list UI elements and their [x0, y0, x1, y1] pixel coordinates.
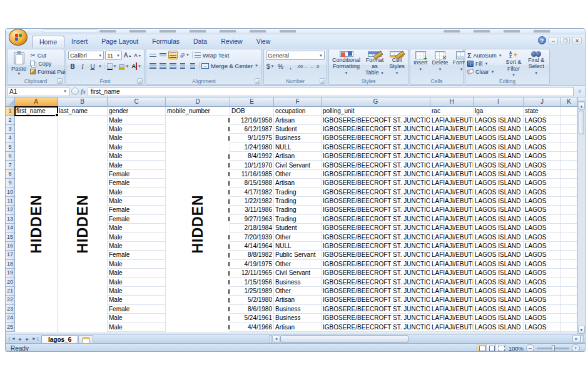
- last-sheet-icon[interactable]: ►❘: [32, 336, 39, 341]
- cell[interactable]: Other: [274, 287, 322, 296]
- cell[interactable]: Male: [108, 152, 166, 161]
- autosum-button[interactable]: ΣAutoSum▼: [467, 51, 502, 59]
- cell[interactable]: Male: [108, 224, 166, 232]
- cell[interactable]: [561, 232, 577, 241]
- wrap-text-button[interactable]: Wrap Text: [195, 51, 229, 59]
- row-header-1[interactable]: 1: [6, 107, 15, 116]
- cell[interactable]: mobile_number: [166, 107, 230, 116]
- cell[interactable]: [561, 260, 577, 269]
- cell[interactable]: LAGOS: [524, 188, 561, 197]
- align-middle-button[interactable]: [158, 51, 167, 59]
- cell[interactable]: LAGOS: [524, 305, 561, 314]
- cell[interactable]: lga: [474, 107, 524, 116]
- cell[interactable]: Male: [108, 143, 166, 152]
- paste-button[interactable]: Paste ▼: [9, 51, 28, 77]
- cell[interactable]: [561, 296, 577, 304]
- cell[interactable]: 4/4/1966: [230, 322, 274, 331]
- number-dialog-launcher[interactable]: ◿: [320, 78, 325, 84]
- cell[interactable]: LAGOS ISLAND: [474, 170, 524, 179]
- cell[interactable]: LAGOS ISLAND: [474, 161, 524, 169]
- cell[interactable]: Artisan: [274, 296, 322, 304]
- row-header-25[interactable]: 25: [6, 322, 15, 331]
- cell[interactable]: 6/12/1987: [230, 125, 274, 134]
- row-header-16[interactable]: 16: [6, 242, 15, 251]
- name-box[interactable]: A1▼: [7, 87, 69, 96]
- font-dialog-launcher[interactable]: ◿: [137, 78, 143, 84]
- cell[interactable]: LAFIAJI/EBUTE: [430, 314, 474, 322]
- cell[interactable]: Female: [108, 179, 166, 188]
- insert-cells-button[interactable]: Insert ▼: [412, 51, 429, 77]
- cell[interactable]: [561, 143, 577, 152]
- cell[interactable]: LAGOS ISLAND: [474, 206, 524, 214]
- grow-font-button[interactable]: A▲: [123, 51, 132, 60]
- cell[interactable]: Student: [274, 125, 322, 134]
- cell[interactable]: 2/18/1984: [230, 224, 274, 232]
- row-header-13[interactable]: 13: [6, 215, 15, 224]
- cell[interactable]: Male: [108, 197, 166, 206]
- cell[interactable]: IGBOSERE/BEECROFT ST. JUNCTION I: [322, 305, 430, 314]
- cell[interactable]: NULL: [274, 242, 322, 251]
- increase-indent-button[interactable]: [188, 61, 197, 70]
- cell[interactable]: 4/14/1964: [230, 242, 274, 251]
- cell[interactable]: IGBOSERE/BEECROFT ST. JUNCTION I: [322, 322, 430, 331]
- row-header-24[interactable]: 24: [6, 314, 15, 322]
- row-header-11[interactable]: 11: [6, 197, 15, 206]
- cell[interactable]: LAGOS ISLAND: [474, 116, 524, 124]
- cell[interactable]: Male: [108, 242, 166, 251]
- column-header-K[interactable]: K: [561, 98, 577, 107]
- cell[interactable]: 11/16/1985: [230, 170, 274, 179]
- cell[interactable]: 7/20/1939: [230, 232, 274, 241]
- cell[interactable]: 8/8/1982: [230, 251, 274, 259]
- cell[interactable]: Male: [108, 278, 166, 286]
- cell[interactable]: LAFIAJI/EBUTE: [430, 305, 474, 314]
- normal-view-button[interactable]: [477, 344, 487, 352]
- cell[interactable]: gender: [108, 107, 166, 116]
- cell[interactable]: [561, 322, 577, 331]
- cell[interactable]: LAGOS: [524, 125, 561, 134]
- page-break-view-button[interactable]: [496, 344, 505, 352]
- cell[interactable]: 8/6/1980: [230, 305, 274, 314]
- vertical-scrollbar[interactable]: ▲ ▼: [577, 98, 585, 334]
- cell[interactable]: Artisan: [274, 116, 322, 124]
- cell[interactable]: [561, 125, 577, 134]
- row-header-2[interactable]: 2: [6, 116, 15, 124]
- cell[interactable]: [561, 305, 577, 314]
- cell[interactable]: IGBOSERE/BEECROFT ST. JUNCTION I: [322, 215, 430, 224]
- column-header-I[interactable]: I: [474, 98, 524, 107]
- cell[interactable]: LAGOS: [524, 260, 561, 269]
- cell[interactable]: Public Servant: [274, 251, 322, 259]
- cell[interactable]: NULL: [274, 143, 322, 152]
- cell[interactable]: [561, 134, 577, 142]
- cell[interactable]: LAGOS ISLAND: [474, 305, 524, 314]
- cell[interactable]: LAGOS ISLAND: [474, 260, 524, 269]
- cell[interactable]: LAGOS: [524, 206, 561, 214]
- cell[interactable]: IGBOSERE/BEECROFT ST. JUNCTION I: [322, 143, 430, 152]
- cell[interactable]: LAFIAJI/EBUTE: [430, 215, 474, 224]
- quick-access-toolbar[interactable]: [42, 29, 98, 33]
- cell[interactable]: Male: [108, 269, 166, 278]
- cell[interactable]: Male: [108, 260, 166, 269]
- clear-button[interactable]: Clear▼: [467, 68, 502, 76]
- cell[interactable]: Male: [108, 188, 166, 197]
- cell[interactable]: LAGOS: [524, 170, 561, 179]
- cell[interactable]: Female: [108, 170, 166, 179]
- cell[interactable]: Female: [108, 206, 166, 214]
- cell[interactable]: Male: [108, 116, 166, 124]
- cell[interactable]: LAGOS ISLAND: [474, 287, 524, 296]
- italic-button[interactable]: I: [78, 62, 87, 71]
- merge-center-button[interactable]: ↔Merge & Center▼: [201, 62, 258, 70]
- cell[interactable]: 9/1/1975: [230, 134, 274, 142]
- font-size-select[interactable]: 11▼: [105, 51, 122, 60]
- office-button[interactable]: [9, 29, 28, 46]
- cell[interactable]: LAFIAJI/EBUTE: [430, 179, 474, 188]
- cell[interactable]: LAGOS: [524, 278, 561, 286]
- format-as-table-button[interactable]: Format as Table ▼: [363, 51, 386, 77]
- previous-sheet-icon[interactable]: ◄: [16, 337, 23, 341]
- zoom-slider-handle[interactable]: [552, 345, 555, 352]
- cell[interactable]: [561, 215, 577, 224]
- horizontal-scrollbar[interactable]: ◄ ►: [269, 334, 584, 343]
- font-name-select[interactable]: Calibri▼: [68, 51, 104, 60]
- cell[interactable]: Business: [274, 134, 322, 142]
- cell[interactable]: Male: [108, 125, 166, 134]
- cell[interactable]: 1/15/1956: [230, 278, 274, 286]
